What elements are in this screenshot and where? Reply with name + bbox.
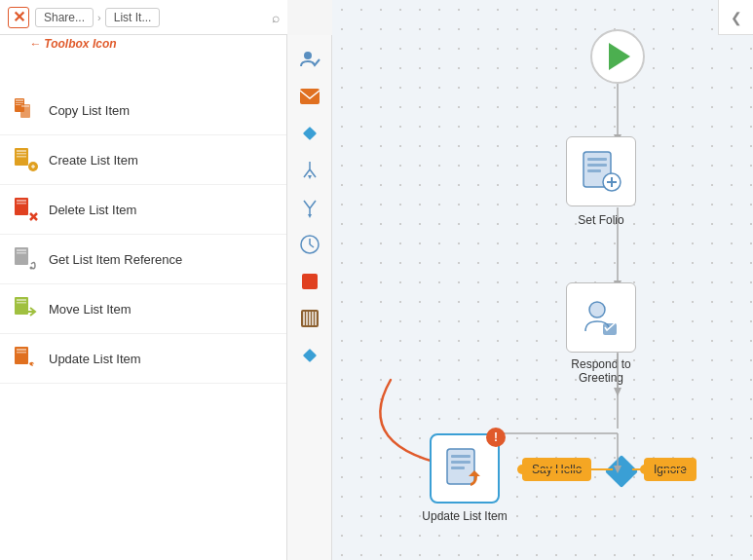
move-list-item-icon — [14, 296, 39, 321]
start-node[interactable] — [590, 29, 645, 84]
breadcrumb-share[interactable]: Share... — [35, 8, 94, 27]
create-list-item-icon — [14, 147, 39, 172]
svg-point-21 — [30, 267, 33, 270]
svg-rect-43 — [303, 312, 305, 325]
svg-rect-8 — [17, 153, 26, 155]
update-list-item-node[interactable]: ! Update List Item — [430, 433, 500, 504]
set-folio-icon — [578, 148, 624, 195]
svg-rect-45 — [309, 312, 311, 325]
say-hello-dot — [517, 465, 527, 474]
svg-rect-62 — [611, 177, 613, 187]
svg-rect-24 — [17, 302, 26, 304]
move-list-item-label: Move List Item — [49, 302, 132, 317]
canvas: Set Folio Respond to Greeting ! Update L… — [332, 0, 753, 560]
update-list-item-icon — [441, 445, 488, 492]
svg-rect-57 — [587, 158, 607, 161]
svg-line-35 — [304, 201, 310, 208]
svg-rect-46 — [312, 312, 314, 325]
svg-rect-9 — [17, 156, 26, 158]
svg-rect-15 — [17, 203, 26, 205]
svg-point-29 — [304, 52, 312, 59]
svg-rect-59 — [587, 169, 601, 172]
ignore-button[interactable]: Ignore — [644, 458, 697, 481]
svg-rect-5 — [21, 105, 29, 107]
update-list-item-label: Update List Item — [49, 352, 141, 366]
copy-list-item-label: Copy List Item — [49, 103, 130, 118]
collapse-button[interactable]: ❮ — [718, 0, 753, 35]
breadcrumb-listit[interactable]: List It... — [105, 8, 161, 27]
svg-rect-23 — [17, 299, 26, 301]
toolbox-item-update-list-item[interactable]: Update List Item — [0, 334, 286, 384]
svg-rect-64 — [603, 323, 617, 335]
respond-icon — [578, 294, 624, 341]
set-folio-node[interactable]: Set Folio — [566, 136, 636, 206]
svg-rect-28 — [17, 352, 26, 354]
toolbox-item-create-list-item[interactable]: Create List Item — [0, 135, 286, 185]
respond-label: Respond to Greeting — [557, 357, 645, 385]
svg-rect-30 — [300, 89, 320, 104]
error-badge: ! — [486, 428, 506, 447]
toolbox-item-copy-list-item[interactable]: Copy List Item — [0, 86, 286, 135]
svg-rect-48 — [302, 349, 316, 362]
create-list-item-label: Create List Item — [49, 153, 138, 168]
toolbox-item-delete-list-item[interactable]: Delete List Item — [0, 185, 286, 235]
svg-rect-67 — [451, 461, 471, 464]
play-icon — [609, 43, 630, 70]
get-list-item-icon — [14, 246, 39, 272]
svg-rect-7 — [17, 150, 26, 152]
copy-list-item-icon — [14, 97, 39, 123]
clock-panel-icon[interactable] — [295, 230, 324, 259]
barcode-panel-icon[interactable] — [295, 304, 324, 333]
get-list-item-label: Get List Item Reference — [49, 252, 182, 267]
toolbox-annotation: ← Toolbox Icon — [29, 37, 117, 51]
set-folio-label: Set Folio — [578, 213, 623, 227]
svg-marker-54 — [614, 388, 621, 396]
update-list-item-label: Update List Item — [421, 509, 508, 523]
svg-rect-47 — [315, 312, 317, 325]
flow-diamond — [605, 455, 638, 488]
svg-rect-19 — [17, 249, 26, 251]
breadcrumb-sep-1: › — [97, 12, 101, 23]
svg-rect-41 — [302, 274, 318, 289]
branch-panel-icon[interactable] — [295, 156, 324, 185]
delete-list-item-label: Delete List Item — [49, 203, 136, 217]
icon-panel — [287, 35, 332, 560]
svg-rect-20 — [17, 252, 26, 254]
breadcrumb: Share... › List It... — [35, 8, 160, 27]
toolbox-item-get-list-item-ref[interactable]: Get List Item Reference — [0, 235, 286, 284]
respond-node[interactable]: Respond to Greeting — [566, 282, 636, 353]
svg-rect-58 — [587, 164, 607, 167]
svg-rect-31 — [302, 127, 316, 140]
fork-panel-icon[interactable] — [295, 193, 324, 222]
update-list-item-icon — [14, 346, 39, 371]
search-icon[interactable]: ⌕ — [272, 10, 280, 25]
svg-rect-14 — [17, 200, 26, 202]
svg-rect-1 — [16, 99, 23, 101]
small-diamond-panel-icon[interactable] — [295, 341, 324, 370]
svg-rect-68 — [451, 467, 465, 469]
header-bar: ✕ Share... › List It... ⌕ — [0, 0, 287, 35]
red-square-panel-icon[interactable] — [295, 267, 324, 296]
svg-rect-66 — [451, 455, 471, 458]
svg-rect-2 — [16, 102, 23, 103]
svg-line-36 — [310, 201, 316, 208]
toolbox-item-move-list-item[interactable]: Move List Item — [0, 284, 286, 334]
delete-list-item-icon — [14, 197, 39, 222]
svg-rect-12 — [33, 165, 34, 168]
svg-rect-44 — [306, 312, 308, 325]
svg-point-63 — [589, 302, 605, 317]
toolbox-panel: Copy List Item Create List Item — [0, 35, 287, 560]
say-hello-button[interactable]: Say Hello — [522, 458, 591, 481]
svg-rect-27 — [17, 349, 26, 351]
svg-line-40 — [310, 244, 314, 247]
diamond-panel-icon[interactable] — [295, 119, 324, 148]
envelope-panel-icon[interactable] — [295, 82, 324, 111]
person-check-panel-icon[interactable] — [295, 45, 324, 74]
close-button[interactable]: ✕ — [8, 7, 29, 28]
